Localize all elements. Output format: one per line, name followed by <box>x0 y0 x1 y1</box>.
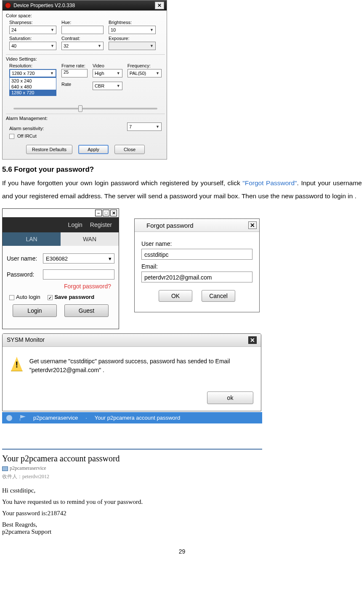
chevron-down-icon: ▼ <box>117 84 120 88</box>
chevron-down-icon: ▾ <box>109 256 112 262</box>
ok-button[interactable]: OK <box>159 290 192 302</box>
chevron-down-icon: ▼ <box>50 28 54 32</box>
saturation-select[interactable]: 40▼ <box>9 42 56 50</box>
rate-label: Rate <box>61 82 88 87</box>
ok-button[interactable]: ok <box>207 391 253 404</box>
guest-button[interactable]: Guest <box>64 304 109 317</box>
video-settings-label: Video Settings: <box>6 56 165 61</box>
forgot-password-dialog: Forgot password ✕ User name: csstditipc … <box>134 218 260 312</box>
tab-wan[interactable]: WAN <box>61 232 119 246</box>
resolution-dropdown[interactable]: 320 x 240 640 x 480 1280 x 720 <box>9 77 56 96</box>
close-icon[interactable]: ✕ <box>110 210 117 216</box>
dialog-title: SYSM Monitor <box>7 336 45 344</box>
close-icon[interactable]: ✕ <box>248 336 257 344</box>
fp-username-input[interactable]: csstditipc <box>141 249 252 260</box>
titlebar: Device Properties V2.0.338 ✕ <box>3 0 167 11</box>
apply-button[interactable]: Apply <box>78 145 109 154</box>
flag-icon <box>20 415 26 421</box>
email-from: p2pcameraservice <box>10 465 46 471</box>
sharpness-select[interactable]: 24▼ <box>9 26 56 34</box>
email-line: You have requested us to remind you of y… <box>2 498 262 506</box>
device-properties-window: Device Properties V2.0.338 ✕ Color space… <box>2 0 167 160</box>
login-topbar: Login Register <box>3 217 119 232</box>
hue-label: Hue: <box>61 20 104 25</box>
contrast-select[interactable]: 32▼ <box>61 42 104 50</box>
register-link[interactable]: Register <box>90 221 112 228</box>
exposure-label: Exposure: <box>109 36 156 41</box>
username-label: User name: <box>7 255 43 262</box>
warning-icon <box>11 357 23 371</box>
chevron-down-icon: ▼ <box>50 44 54 48</box>
slider-thumb[interactable] <box>78 105 82 112</box>
alarm-sensitivity-label: Alarm sensitivity: <box>9 126 122 131</box>
minimize-icon[interactable]: – <box>95 210 102 216</box>
resolution-option[interactable]: 320 x 240 <box>10 78 56 84</box>
frequency-select[interactable]: PAL(50)▼ <box>128 69 162 77</box>
frequency-label: Frequency: <box>128 63 162 68</box>
saturation-label: Saturation: <box>9 36 56 41</box>
forgot-password-link[interactable]: Forgot password? <box>7 283 111 290</box>
rate-select[interactable]: CBR▼ <box>93 82 122 90</box>
email-line: Your password is:218742 <box>2 510 262 517</box>
separator: · <box>85 415 87 421</box>
brightness-label: Brightness: <box>109 20 156 25</box>
chevron-down-icon: ▼ <box>98 44 101 48</box>
close-icon[interactable]: ✕ <box>155 2 164 9</box>
off-ircut-label: Off IRCut <box>17 133 37 138</box>
cancel-button[interactable]: Cancel <box>202 290 235 302</box>
page-number: 29 <box>2 548 362 555</box>
dialog-title: Forgot password <box>146 222 194 229</box>
exposure-select: ▼ <box>109 42 156 50</box>
login-button[interactable]: Login <box>13 304 57 317</box>
brightness-select[interactable]: 10▼ <box>109 26 156 34</box>
hue-input[interactable] <box>61 26 104 34</box>
mail-sender: p2pcameraservice <box>33 415 78 421</box>
alarm-mgmt-label: Alarm Management: <box>6 116 165 121</box>
resolution-option[interactable]: 640 x 480 <box>10 84 56 90</box>
login-link[interactable]: Login <box>68 221 82 228</box>
resolution-option[interactable]: 1280 x 720 <box>10 90 56 96</box>
restore-defaults-button[interactable]: Restore Defaults <box>26 145 72 154</box>
mail-row[interactable]: p2pcameraservice · Your p2pcamera accoun… <box>2 412 262 423</box>
alarm-sensitivity-select[interactable]: 7▼ <box>127 122 162 131</box>
email-line: Hi csstditipc, <box>2 487 262 494</box>
app-icon <box>137 222 144 229</box>
section-paragraph: If you have forgotten your own login pas… <box>2 176 362 202</box>
save-password-checkbox[interactable] <box>48 295 53 300</box>
video-label: Video <box>93 63 122 68</box>
close-button[interactable]: Close <box>114 145 145 154</box>
resolution-label: Resolution: <box>9 63 56 68</box>
slider[interactable] <box>13 108 157 109</box>
sysm-monitor-dialog: SYSM Monitor ✕ Get username "csstditipc"… <box>2 333 261 411</box>
auto-login-checkbox[interactable] <box>9 295 14 300</box>
window-title: Device Properties V2.0.338 <box>13 3 75 8</box>
chevron-down-icon: ▼ <box>117 71 120 75</box>
mail-subject: Your p2pcamera account password <box>95 415 180 421</box>
close-icon[interactable]: ✕ <box>248 221 257 229</box>
maximize-icon[interactable]: □ <box>103 210 109 216</box>
chevron-down-icon: ▼ <box>156 71 159 75</box>
off-ircut-checkbox[interactable] <box>9 134 14 139</box>
tab-lan[interactable]: LAN <box>3 232 61 246</box>
status-icon <box>6 415 12 421</box>
framerate-input[interactable]: 25 <box>61 69 88 77</box>
email-line: Best Reagrds, <box>2 521 262 528</box>
color-space-label: Color space: <box>6 13 165 18</box>
save-password-label: Save password <box>54 294 94 300</box>
video-select[interactable]: High▼ <box>93 69 122 77</box>
window-controls: – □ ✕ <box>3 209 119 217</box>
dialog-message: Get username "csstditipc" password succe… <box>29 357 252 375</box>
sharpness-label: Sharpness: <box>9 20 56 25</box>
username-input[interactable]: E306082▾ <box>43 253 114 264</box>
password-input[interactable] <box>43 269 114 280</box>
email-subject: Your p2pcamera account password <box>2 454 262 463</box>
sender-icon <box>2 466 8 471</box>
chevron-down-icon: ▼ <box>150 28 154 32</box>
chevron-down-icon: ▼ <box>50 71 54 75</box>
auto-login-label: Auto login <box>16 294 40 300</box>
email-line: p2pcamera Support <box>2 528 262 535</box>
fp-email-input[interactable]: peterdvr2012@gmail.com <box>141 272 252 282</box>
forgot-password-link-text: "Forgot Password" <box>242 179 297 186</box>
resolution-select[interactable]: 1280 x 720▼ <box>9 69 56 77</box>
chevron-down-icon: ▼ <box>156 125 159 129</box>
